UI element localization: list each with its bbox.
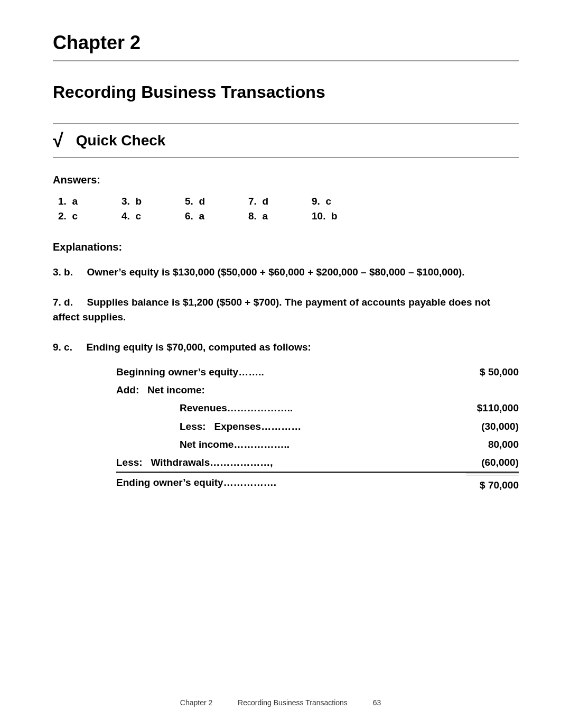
explanation-3b-prefix: 3. b. (53, 266, 73, 278)
equity-label-beginning: Beginning owner’s equity…….. (116, 363, 466, 381)
equity-row-add: Add: Net income: (116, 381, 519, 399)
section-title: Recording Business Transactions (53, 82, 519, 102)
equity-amount-expenses: (30,000) (466, 418, 519, 436)
equity-row-expenses: Less: Expenses………… (30,000) (116, 418, 519, 436)
explanation-9c-prefix: 9. c. (53, 342, 72, 353)
equity-label-revenues: Revenues……………….. (116, 399, 466, 417)
answer-4c: 4. c (121, 210, 185, 222)
equity-row-net-income: Net income…………….. 80,000 (116, 436, 519, 454)
explanation-7d-text: 7. d. Supplies balance is $1,200 ($500 +… (53, 295, 519, 325)
equity-row-withdrawals: Less: Withdrawals………………, (60,000) (116, 454, 519, 472)
equity-row-revenues: Revenues……………….. $110,000 (116, 399, 519, 417)
equity-label-withdrawals: Less: Withdrawals………………, (116, 454, 466, 472)
footer-page: 63 (373, 698, 381, 707)
quick-check-header: √ Quick Check (53, 123, 519, 158)
equity-amount-add (466, 381, 519, 399)
explanation-7d-prefix: 7. d. (53, 297, 73, 308)
answers-label: Answers: (53, 174, 519, 186)
quick-check-title: Quick Check (76, 132, 166, 149)
equity-amount-ending: $ 70,000 (466, 474, 519, 494)
answer-10b: 10. b (312, 210, 375, 222)
equity-label-net-income: Net income…………….. (116, 436, 466, 454)
answer-2c: 2. c (58, 210, 121, 222)
page-footer: Chapter 2 Recording Business Transaction… (0, 698, 561, 707)
equity-label-expenses: Less: Expenses………… (116, 418, 466, 436)
equity-table: Beginning owner’s equity…….. $ 50,000 Ad… (116, 363, 519, 494)
equity-amount-net-income: 80,000 (466, 436, 519, 454)
explanation-7d-body: Supplies balance is $1,200 ($500 + $700)… (53, 297, 490, 323)
answer-8a: 8. a (248, 210, 312, 222)
explanation-9c-text: 9. c. Ending equity is $70,000, computed… (53, 340, 519, 355)
footer-section: Recording Business Transactions (238, 698, 348, 707)
explanation-7d: 7. d. Supplies balance is $1,200 ($500 +… (53, 295, 519, 325)
answer-1a: 1. a (58, 196, 121, 207)
answers-grid: 1. a 3. b 5. d 7. d 9. c 2. c 4. c 6. a … (58, 196, 519, 222)
equity-amount-withdrawals: (60,000) (466, 454, 519, 472)
footer-chapter: Chapter 2 (180, 698, 212, 707)
equity-label-add: Add: Net income: (116, 381, 466, 399)
equity-row-ending: Ending owner’s equity……………. $ 70,000 (116, 472, 519, 494)
explanation-9c: 9. c. Ending equity is $70,000, computed… (53, 340, 519, 495)
equity-amount-revenues: $110,000 (466, 399, 519, 417)
explanation-3b-body: Owner’s equity is $130,000 ($50,000 + $6… (87, 266, 464, 278)
equity-amount-beginning: $ 50,000 (466, 363, 519, 381)
explanations-label: Explanations: (53, 241, 519, 253)
answer-6a: 6. a (185, 210, 248, 222)
answer-7d: 7. d (248, 196, 312, 207)
footer-separator2 (358, 698, 362, 707)
answer-9c: 9. c (312, 196, 375, 207)
equity-row-beginning: Beginning owner’s equity…….. $ 50,000 (116, 363, 519, 381)
sqrt-icon: √ (53, 130, 63, 152)
answer-3b: 3. b (121, 196, 185, 207)
equity-label-ending: Ending owner’s equity……………. (116, 474, 466, 494)
answer-5d: 5. d (185, 196, 248, 207)
chapter-title: Chapter 2 (53, 32, 519, 61)
explanation-3b-text: 3. b. Owner’s equity is $130,000 ($50,00… (53, 265, 519, 280)
explanation-3b: 3. b. Owner’s equity is $130,000 ($50,00… (53, 265, 519, 280)
footer-separator (223, 698, 227, 707)
explanation-9c-body: Ending equity is $70,000, computed as fo… (86, 342, 311, 353)
